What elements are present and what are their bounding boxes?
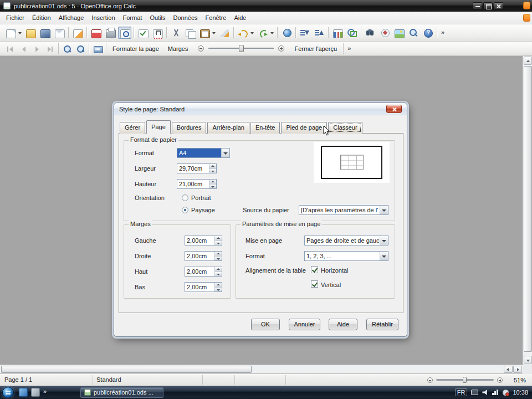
zoom-icon[interactable] xyxy=(407,27,420,39)
zoom-slider[interactable] xyxy=(436,379,494,381)
page-style-indicator[interactable]: Standard xyxy=(93,375,203,385)
paper-format-combobox[interactable]: A4 xyxy=(177,148,230,158)
format-paintbrush-icon[interactable] xyxy=(218,27,231,39)
start-button[interactable] xyxy=(2,387,14,398)
slider-handle[interactable] xyxy=(239,45,244,52)
tab-en-tete[interactable]: En-tête xyxy=(250,122,280,134)
landscape-radio-label[interactable]: Paysage xyxy=(191,207,215,213)
dialog-close-button[interactable] xyxy=(386,105,402,113)
scroll-down-icon[interactable] xyxy=(524,356,532,364)
toolbar-overflow-icon[interactable] xyxy=(439,27,447,39)
redo-icon[interactable] xyxy=(256,27,269,39)
ok-button[interactable]: OK xyxy=(251,319,280,330)
last-page-icon[interactable] xyxy=(44,43,56,54)
spin-up-icon[interactable] xyxy=(215,283,222,288)
export-pdf-icon[interactable] xyxy=(89,27,103,39)
save-icon[interactable] xyxy=(38,27,52,39)
cancel-button[interactable]: Annuler xyxy=(289,319,320,330)
chevron-down-icon[interactable] xyxy=(380,236,388,245)
margin-top-field[interactable]: 2,00cm xyxy=(185,267,222,277)
spin-down-icon[interactable] xyxy=(215,288,222,292)
next-page-icon[interactable] xyxy=(30,43,43,54)
hyperlink-icon[interactable] xyxy=(280,27,293,39)
gallery-icon[interactable] xyxy=(392,27,406,39)
tab-classeur[interactable]: Classeur xyxy=(328,122,362,134)
paste-dropdown-icon[interactable] xyxy=(212,27,217,39)
spellcheck-icon[interactable] xyxy=(136,27,150,39)
vertical-scrollbar[interactable] xyxy=(523,56,532,365)
tab-pied-de-page[interactable]: Pied de page xyxy=(281,122,327,134)
close-button[interactable] xyxy=(494,2,503,9)
scroll-up-icon[interactable] xyxy=(524,57,532,65)
minimize-button[interactable] xyxy=(473,2,482,9)
spin-down-icon[interactable] xyxy=(209,169,216,173)
margin-bottom-field[interactable]: 2,00cm xyxy=(185,282,222,292)
spin-down-icon[interactable] xyxy=(215,272,222,277)
help-icon[interactable] xyxy=(421,27,434,39)
show-draw-functions-icon[interactable] xyxy=(345,27,359,39)
document-as-email-icon[interactable] xyxy=(53,27,66,39)
horizontal-checkbox[interactable] xyxy=(311,266,318,273)
margins-button[interactable]: Marges xyxy=(163,44,193,54)
zoom-percentage[interactable]: 51% xyxy=(506,377,528,383)
spin-up-icon[interactable] xyxy=(215,267,222,272)
reset-button[interactable]: Rétablir xyxy=(366,319,398,330)
spin-up-icon[interactable] xyxy=(209,164,216,169)
height-field[interactable]: 21,00cm xyxy=(177,179,217,189)
menu-outils[interactable]: Outils xyxy=(146,12,169,23)
margin-left-field[interactable]: 2,00cm xyxy=(185,236,222,245)
vertical-checkbox[interactable] xyxy=(311,280,318,288)
format-page-button[interactable]: Formater la page xyxy=(108,44,163,54)
tab-page[interactable]: Page xyxy=(146,120,171,134)
quick-launch-window-switcher-icon[interactable] xyxy=(31,388,40,397)
horizontal-scrollbar-thumb[interactable] xyxy=(1,366,252,373)
menu-aide[interactable]: Aide xyxy=(230,12,250,23)
number-format-combobox[interactable]: 1, 2, 3, ... xyxy=(304,251,388,261)
zoom-out-button[interactable] xyxy=(427,377,433,383)
page-preview-icon[interactable] xyxy=(118,27,131,39)
taskbar-task-button[interactable]: publicréation01.ods ... xyxy=(80,387,163,398)
security-center-icon[interactable] xyxy=(503,390,509,396)
new-document-dropdown-icon[interactable] xyxy=(18,27,23,39)
menu-format[interactable]: Format xyxy=(119,12,146,23)
menu-donnees[interactable]: Données xyxy=(170,12,202,23)
autospellcheck-icon[interactable] xyxy=(151,27,164,39)
tab-bordures[interactable]: Bordures xyxy=(172,122,207,134)
spin-up-icon[interactable] xyxy=(215,236,222,241)
zoom-out-icon[interactable] xyxy=(74,43,86,54)
full-screen-icon[interactable] xyxy=(91,43,104,54)
sort-descending-icon[interactable] xyxy=(313,27,326,39)
spin-down-icon[interactable] xyxy=(215,241,222,245)
menu-insertion[interactable]: Insertion xyxy=(88,12,119,23)
undo-dropdown-icon[interactable] xyxy=(250,27,255,39)
tab-arriere-plan[interactable]: Arrière-plan xyxy=(207,122,249,134)
insert-chart-icon[interactable] xyxy=(331,27,344,39)
network-icon[interactable] xyxy=(492,390,499,395)
chevron-down-icon[interactable] xyxy=(221,149,229,157)
paste-icon[interactable] xyxy=(198,27,211,39)
spin-down-icon[interactable] xyxy=(215,257,222,261)
sort-ascending-icon[interactable] xyxy=(298,27,311,39)
spin-up-icon[interactable] xyxy=(209,180,216,185)
scroll-left-icon[interactable] xyxy=(504,366,513,373)
chevron-down-icon[interactable] xyxy=(380,252,388,260)
portrait-radio[interactable] xyxy=(182,195,188,201)
slider-zoom-out-icon[interactable] xyxy=(198,45,204,52)
slider-track[interactable] xyxy=(208,48,274,49)
navigator-icon[interactable] xyxy=(378,27,391,39)
toolbar-overflow-icon[interactable] xyxy=(346,43,354,55)
menu-fenetre[interactable]: Fenêtre xyxy=(202,12,231,23)
redo-dropdown-icon[interactable] xyxy=(270,27,275,39)
quick-launch-show-desktop-icon[interactable] xyxy=(19,388,28,397)
zoom-in-icon[interactable] xyxy=(61,43,73,54)
vertical-checkbox-label[interactable]: Vertical xyxy=(321,282,341,288)
language-indicator[interactable]: FR xyxy=(455,388,468,396)
spin-up-icon[interactable] xyxy=(215,252,222,257)
margin-right-field[interactable]: 2,00cm xyxy=(185,251,222,261)
new-document-icon[interactable] xyxy=(4,27,17,39)
portrait-radio-label[interactable]: Portrait xyxy=(191,195,211,201)
chevron-down-icon[interactable] xyxy=(380,206,388,214)
cut-icon[interactable] xyxy=(169,27,182,39)
copy-icon[interactable] xyxy=(183,27,197,39)
print-icon[interactable] xyxy=(104,27,117,39)
